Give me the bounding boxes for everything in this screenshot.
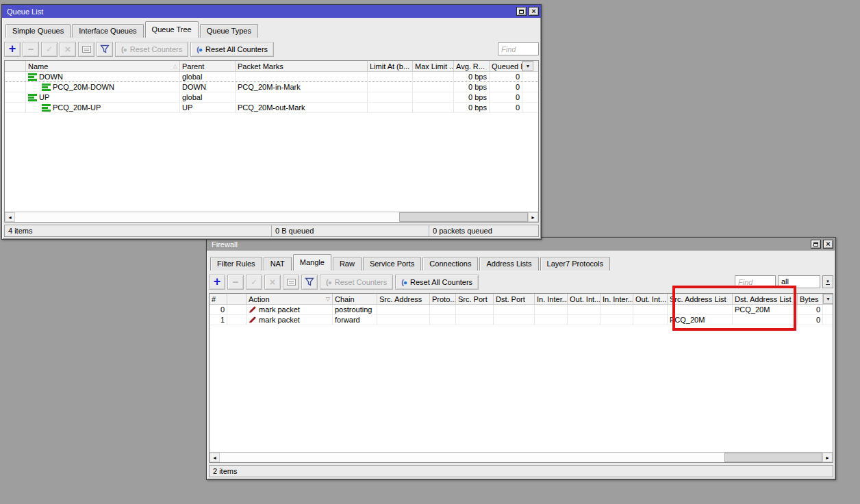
tab-layer7-protocols[interactable]: Layer7 Protocols [540,257,611,270]
reset-all-icon [401,278,407,286]
col-max-limit[interactable]: Max Limit ... [413,61,454,71]
cell-parent: UP [180,103,236,112]
col-num[interactable]: # [210,294,227,304]
scroll-right-arrow[interactable] [528,212,538,222]
check-icon [251,277,257,287]
remove-button[interactable] [227,275,244,290]
comment-button[interactable] [283,275,299,290]
cell-src-address-list [668,305,733,314]
col-dst-address-list[interactable]: Dst. Address List [733,294,798,304]
queue-row[interactable]: DOWN global 0 bps 0 [5,72,538,82]
reset-counters-button[interactable]: Reset Counters [115,42,188,57]
enable-button[interactable] [41,42,58,57]
horizontal-scrollbar[interactable] [210,452,833,462]
remove-button[interactable] [23,42,39,57]
firewall-tabbar: Filter Rules NAT Mangle Raw Service Port… [209,253,833,270]
mark-packet-icon [249,316,257,324]
queue-row[interactable]: PCQ_20M-DOWN DOWN PCQ_20M-in-Mark 0 bps … [5,82,538,92]
col-queued-bytes[interactable]: Queued By [490,61,522,71]
col-in-interface[interactable]: In. Inter... [535,294,568,304]
filter-dropdown-button[interactable] [822,275,833,288]
col-action[interactable]: Action [246,294,333,304]
scroll-left-arrow[interactable] [5,212,15,222]
column-chooser-button[interactable] [522,61,533,71]
queue-row[interactable]: PCQ_20M-UP UP PCQ_20M-out-Mark 0 bps 0 [5,103,538,113]
tab-simple-queues[interactable]: Simple Queues [5,24,71,38]
minus-icon [28,43,34,55]
col-bytes[interactable]: Bytes [798,294,823,304]
plus-icon [214,277,221,287]
tab-mangle[interactable]: Mangle [293,254,331,270]
cell-max-limit [413,103,454,112]
reset-all-counters-button[interactable]: Reset All Counters [395,275,479,290]
add-button[interactable] [209,275,225,290]
col-gutter[interactable] [5,61,26,71]
filter-select[interactable]: all [778,275,820,288]
tab-filter-rules[interactable]: Filter Rules [210,257,262,270]
queue-icon [42,104,51,112]
enable-button[interactable] [246,275,262,290]
cell-avg-rate: 0 bps [454,82,490,92]
cell-out-interface-list [633,305,668,314]
column-chooser-button[interactable] [823,294,833,304]
col-limit-at[interactable]: Limit At (b... [368,61,413,71]
queue-row[interactable]: UP global 0 bps 0 [5,92,538,103]
col-protocol[interactable]: Proto... [430,294,456,304]
tab-queue-types[interactable]: Queue Types [200,24,258,38]
maximize-button[interactable] [811,240,821,249]
col-src-address-list[interactable]: Src. Address List [668,294,733,304]
col-src-port[interactable]: Src. Port [456,294,494,304]
col-name[interactable]: Name [26,61,180,71]
col-gutter[interactable] [227,294,246,304]
firewall-row[interactable]: 1 mark packet forward PCQ_20M [210,315,833,325]
comment-icon [82,46,91,53]
col-packet-marks[interactable]: Packet Marks [236,61,368,71]
reset-all-counters-button[interactable]: Reset All Counters [190,42,274,57]
check-icon [46,45,53,54]
tab-service-ports[interactable]: Service Ports [363,257,421,270]
queue-table: Name Parent Packet Marks Limit At (b... … [4,60,539,223]
find-input[interactable] [735,275,776,288]
maximize-button[interactable] [516,7,527,16]
tab-address-lists[interactable]: Address Lists [479,257,538,270]
add-button[interactable] [4,42,21,57]
col-parent[interactable]: Parent [180,61,236,71]
firewall-row[interactable]: 0 mark packet postrouting PCQ_2 [210,305,833,315]
col-out-interface-list[interactable]: Out. Int... [633,294,668,304]
filter-button[interactable] [97,42,113,57]
scrollbar-thumb[interactable] [399,212,528,222]
reset-counters-button[interactable]: Reset Counters [320,275,393,290]
cell-packet-marks: PCQ_20M-out-Mark [236,103,368,112]
comment-button[interactable] [78,42,94,57]
cell-packet-marks [236,92,368,102]
cell-name: PCQ_20M-UP [26,103,180,112]
scroll-left-arrow[interactable] [210,453,220,462]
tab-queue-tree[interactable]: Queue Tree [145,21,199,38]
close-icon[interactable] [823,240,833,249]
filter-button[interactable] [301,275,318,290]
cell-max-limit [413,92,454,102]
col-dst-port[interactable]: Dst. Port [494,294,535,304]
tab-connections[interactable]: Connections [422,257,478,270]
disable-button[interactable] [264,275,281,290]
find-input[interactable] [498,42,539,55]
mark-packet-icon [249,305,257,314]
scroll-right-arrow[interactable] [822,453,833,462]
cell-protocol [430,305,456,314]
bytes-queued: 0 B queued [271,225,429,236]
tab-interface-queues[interactable]: Interface Queues [72,24,143,38]
disable-button[interactable] [60,42,76,57]
tab-raw[interactable]: Raw [333,257,362,270]
queue-titlebar[interactable]: Queue List [2,5,541,18]
tab-nat[interactable]: NAT [264,257,292,270]
cell-name: PCQ_20M-DOWN [26,82,180,92]
col-out-interface[interactable]: Out. Int... [568,294,600,304]
col-src-address[interactable]: Src. Address [377,294,430,304]
scrollbar-thumb[interactable] [724,453,822,462]
horizontal-scrollbar[interactable] [5,212,538,222]
close-icon[interactable] [529,7,539,16]
col-chain[interactable]: Chain [333,294,377,304]
col-avg-rate[interactable]: Avg. R... [454,61,490,71]
col-in-interface-list[interactable]: In. Inter... [600,294,633,304]
cell-dst-address-list [733,315,798,325]
